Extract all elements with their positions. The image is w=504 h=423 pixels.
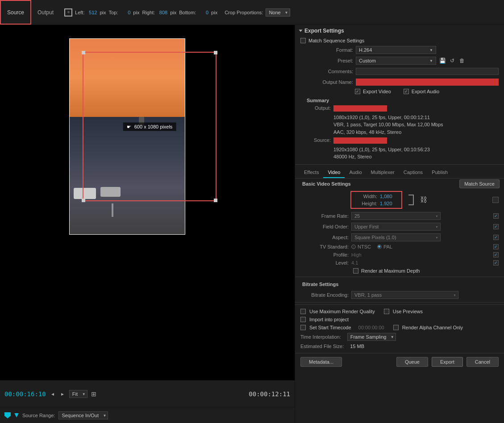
export-settings-header[interactable]: Export Settings: [295, 25, 504, 37]
top-bar: Source Output ⌗ Left: 512 pix Top: 0 pix…: [0, 0, 504, 25]
cancel-button[interactable]: Cancel: [467, 357, 499, 367]
tab-effects[interactable]: Effects: [300, 167, 323, 178]
profile-value: High: [351, 252, 491, 257]
summary-output-line3: AAC, 320 kbps, 48 kHz, Stereo: [333, 129, 401, 135]
summary-source-line2: 48000 Hz, Stereo: [333, 154, 372, 159]
crop-proportions-select-wrap[interactable]: None: [266, 8, 290, 17]
ntsc-radio[interactable]: NTSC: [351, 244, 371, 249]
crop-proportions-select[interactable]: None: [266, 8, 290, 17]
aspect-dropdown-wrap[interactable]: Square Pixels (1.0): [351, 233, 441, 241]
level-checkbox[interactable]: [493, 260, 499, 265]
tab-multiplexer[interactable]: Multiplexer: [367, 167, 399, 178]
save-preset-icon[interactable]: 💾: [439, 57, 446, 64]
wh-inner: Width: 1,080 Height: 1.920: [350, 191, 402, 209]
bitrate-encoding-dropdown-wrap[interactable]: VBR, 1 pass: [351, 291, 458, 299]
source-range-select-wrap[interactable]: Sequence In/Out: [58, 411, 108, 419]
timecode-right: 00:00:12:11: [249, 390, 290, 398]
square-checkbox[interactable]: [492, 197, 499, 203]
field-order-select[interactable]: Upper First: [351, 223, 441, 231]
pal-label: PAL: [383, 244, 392, 249]
bottom-value: 0: [199, 10, 208, 15]
summary-source-row: Source: 1920x1080 (1,0), 25 fps, Upper, …: [304, 137, 499, 162]
basic-video-header[interactable]: Basic Video Settings: [295, 178, 355, 189]
time-interp-select-wrap[interactable]: Frame Sampling: [347, 333, 396, 341]
height-value[interactable]: 1.920: [380, 201, 398, 206]
action-buttons: Metadata... Queue Export Cancel: [295, 353, 504, 370]
output-name-field[interactable]: [356, 79, 499, 86]
format-dropdown[interactable]: H.264: [356, 46, 436, 54]
aspect-select[interactable]: Square Pixels (1.0): [351, 233, 441, 241]
field-order-row: Field Order: Upper First: [295, 221, 504, 232]
delete-preset-icon[interactable]: 🗑: [458, 57, 466, 64]
pal-radio[interactable]: PAL: [377, 244, 392, 249]
bitrate-encoding-row: Bitrate Encoding: VBR, 1 pass: [295, 290, 504, 300]
field-order-dropdown-wrap[interactable]: Upper First: [351, 223, 441, 231]
tv-standard-checkbox[interactable]: [493, 244, 499, 249]
width-value[interactable]: 1,080: [380, 194, 398, 199]
estimated-size-value: 15 MB: [350, 344, 364, 349]
queue-button[interactable]: Queue: [396, 357, 428, 367]
export-audio-checkbox[interactable]: [404, 89, 409, 94]
output-name-label: Output Name:: [304, 79, 353, 85]
frame-rate-checkbox[interactable]: [493, 213, 499, 219]
corner-handle-br[interactable]: [214, 199, 217, 202]
render-depth-row: Render at Maximum Depth: [295, 267, 504, 275]
field-order-checkbox[interactable]: [493, 224, 499, 229]
match-source-button[interactable]: Match Source: [459, 179, 500, 188]
tabs-row: Effects Video Audio Multiplexer Captions…: [295, 167, 504, 178]
frame-rate-dropdown-wrap[interactable]: 25: [351, 212, 441, 220]
frame-rate-select[interactable]: 25: [351, 212, 441, 220]
corner-handle-tr[interactable]: [214, 51, 217, 54]
ntsc-radio-dot: [351, 245, 356, 249]
export-video-label: Export Video: [363, 89, 391, 94]
fit-select[interactable]: Fit: [69, 390, 87, 398]
match-sequence-checkbox[interactable]: [300, 38, 306, 43]
render-depth-checkbox[interactable]: [353, 268, 358, 274]
import-project-checkbox[interactable]: [300, 317, 306, 322]
set-timecode-checkbox[interactable]: [300, 325, 306, 330]
estimated-size-label: Estimated File Size:: [300, 344, 344, 349]
tab-output[interactable]: Output: [31, 0, 60, 25]
height-label: Height:: [355, 201, 377, 206]
fit-select-wrap[interactable]: Fit: [69, 390, 87, 398]
summary-header[interactable]: Summary: [304, 96, 499, 104]
crop-icon[interactable]: ⌗: [64, 8, 72, 17]
comments-input[interactable]: [356, 68, 499, 75]
profile-checkbox[interactable]: [493, 252, 499, 257]
time-interp-label: Time Interpolation:: [300, 334, 341, 340]
expand-icon[interactable]: ⊞: [91, 390, 96, 398]
format-row: Format: H.264: [295, 45, 504, 55]
tab-captions[interactable]: Captions: [399, 167, 427, 178]
pal-radio-dot: [377, 245, 382, 249]
bitrate-encoding-select[interactable]: VBR, 1 pass: [351, 291, 458, 299]
output-tab-label: Output: [37, 9, 54, 16]
tab-source[interactable]: Source: [0, 0, 31, 25]
bitrate-header[interactable]: Bitrate Settings: [295, 279, 504, 290]
metadata-button[interactable]: Metadata...: [300, 357, 342, 367]
tab-publish[interactable]: Publish: [427, 167, 452, 178]
source-range-select[interactable]: Sequence In/Out: [58, 411, 108, 419]
export-video-checkbox[interactable]: [355, 89, 360, 94]
time-interp-select[interactable]: Frame Sampling: [347, 333, 396, 341]
export-settings-title: Export Settings: [304, 28, 344, 34]
next-frame-button[interactable]: ▸: [59, 390, 66, 398]
max-render-checkbox[interactable]: [300, 309, 306, 314]
timeline-marker: [14, 413, 19, 418]
preset-dropdown[interactable]: Custom: [356, 57, 436, 65]
unlink-icon[interactable]: ⛓: [420, 196, 427, 204]
tab-audio[interactable]: Audio: [345, 167, 366, 178]
tab-video[interactable]: Video: [323, 167, 345, 178]
video-canvas: ☛ 600 x 1080 pixels: [0, 25, 295, 380]
prev-frame-button[interactable]: ◂: [50, 390, 56, 398]
aspect-checkbox[interactable]: [493, 235, 499, 240]
render-alpha-checkbox[interactable]: [393, 325, 399, 330]
left-label: Left:: [75, 10, 84, 15]
export-button[interactable]: Export: [432, 357, 463, 367]
main-content: ☛ 600 x 1080 pixels 00:00:16:10 ◂ ▸ Fit …: [0, 25, 504, 423]
aspect-label: Aspect:: [304, 235, 349, 240]
summary-source-content: 1920x1080 (1,0), 25 fps, Upper, 00:10:56…: [333, 137, 430, 161]
profile-row: Profile: High: [295, 251, 504, 259]
reset-preset-icon[interactable]: ↺: [449, 57, 456, 64]
use-previews-checkbox[interactable]: [384, 309, 389, 314]
preset-label: Preset:: [304, 58, 353, 63]
